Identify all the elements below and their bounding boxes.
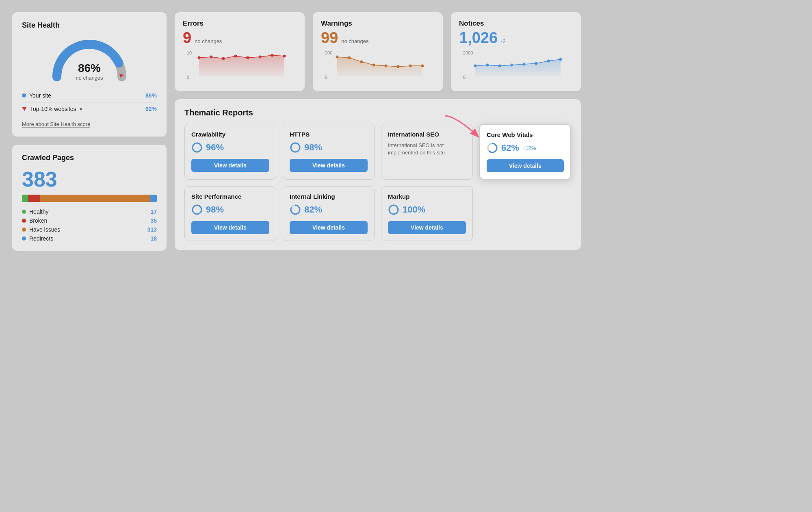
crawled-bar (22, 195, 157, 202)
site-performance-score: 98% (206, 204, 224, 215)
healthy-value: 17 (150, 208, 157, 215)
svg-point-27 (523, 63, 526, 66)
bar-redirects (150, 195, 157, 202)
top10-dropdown[interactable]: ▾ (80, 106, 82, 112)
svg-point-4 (210, 56, 213, 59)
bar-healthy (22, 195, 28, 202)
warnings-title: Warnings (321, 20, 435, 28)
more-about-score-link[interactable]: More about Site Health score (22, 121, 90, 128)
core-web-vitals-view-btn[interactable]: View details (487, 159, 564, 172)
svg-point-7 (247, 56, 249, 59)
warnings-value: 99 (321, 30, 338, 46)
report-international-seo: International SEO International SEO is n… (381, 124, 473, 180)
crawled-pages-card: Crawled Pages 383 Healthy 17 Broken 35 (12, 145, 167, 251)
site-performance-score-row: 98% (191, 204, 269, 215)
top10-value: 92% (145, 106, 157, 112)
svg-point-39 (193, 205, 201, 214)
top10-row: Top-10% websites ▾ 92% (22, 102, 157, 115)
svg-text:200: 200 (325, 50, 332, 55)
warnings-chart: 200 0 (321, 50, 435, 82)
international-seo-note: International SEO is not implemented on … (388, 142, 466, 156)
errors-value-row: 9 no changes (183, 30, 297, 46)
your-site-label: Your site (29, 92, 51, 99)
svg-point-14 (348, 56, 351, 59)
markup-view-btn[interactable]: View details (388, 221, 466, 234)
reports-grid-wrapper: Crawlability 96% View details HTTPS (184, 124, 571, 241)
site-health-title: Site Health (22, 21, 157, 30)
errors-change: no changes (195, 38, 222, 44)
report-https: HTTPS 98% View details (283, 124, 375, 180)
redirects-item: Redirects 18 (22, 235, 157, 242)
issues-dot (22, 228, 26, 232)
broken-value: 35 (150, 217, 157, 224)
crawlability-name: Crawlability (191, 131, 269, 138)
svg-point-13 (336, 56, 339, 59)
redirects-dot (22, 236, 26, 241)
warnings-value-row: 99 no changes (321, 30, 435, 46)
markup-name: Markup (388, 193, 466, 200)
errors-value: 9 (183, 30, 191, 46)
crawlability-score-row: 96% (191, 142, 269, 153)
https-view-btn[interactable]: View details (290, 159, 368, 172)
core-web-vitals-circle-icon (487, 142, 498, 154)
errors-chart: 10 0 (183, 50, 297, 82)
core-web-vitals-name: Core Web Vitals (487, 131, 564, 138)
svg-point-43 (389, 205, 398, 214)
healthy-item: Healthy 17 (22, 208, 157, 215)
warnings-card: Warnings 99 no changes 200 0 (313, 12, 443, 91)
notices-chart: 2000 0 (459, 50, 573, 82)
svg-text:2000: 2000 (463, 50, 473, 55)
report-markup: Markup 100% View details (381, 186, 473, 241)
https-name: HTTPS (290, 131, 368, 138)
svg-point-28 (535, 62, 538, 65)
broken-item: Broken 35 (22, 217, 157, 224)
https-score-row: 98% (290, 142, 368, 153)
core-web-vitals-change: +12% (522, 145, 536, 151)
redirects-value: 18 (150, 235, 157, 242)
international-seo-name: International SEO (388, 131, 466, 138)
site-performance-name: Site Performance (191, 193, 269, 200)
svg-text:0: 0 (187, 75, 189, 80)
internal-linking-score-row: 82% (290, 204, 368, 215)
svg-point-10 (283, 55, 286, 58)
healthy-label: Healthy (29, 208, 48, 215)
right-column: Errors 9 no changes 10 0 (175, 12, 581, 251)
svg-point-16 (372, 64, 375, 67)
https-circle-icon (290, 142, 301, 153)
svg-point-15 (360, 61, 363, 63)
crawled-pages-title: Crawled Pages (22, 154, 157, 162)
internal-linking-view-btn[interactable]: View details (290, 221, 368, 234)
svg-point-25 (498, 65, 501, 67)
broken-dot (22, 219, 26, 223)
svg-text:10: 10 (187, 50, 192, 55)
svg-point-3 (198, 56, 201, 59)
svg-point-17 (385, 65, 388, 67)
notices-value: 1,026 (459, 30, 498, 46)
svg-point-33 (193, 143, 201, 152)
svg-point-6 (234, 55, 237, 58)
markup-score-row: 100% (388, 204, 466, 215)
svg-point-29 (547, 60, 550, 63)
errors-title: Errors (183, 20, 297, 28)
thematic-reports-card: Thematic Reports Crawlability (175, 99, 581, 250)
core-web-vitals-score: 62% (501, 143, 519, 153)
report-internal-linking: Internal Linking 82% View details (283, 186, 375, 241)
internal-linking-circle-icon (290, 204, 301, 215)
svg-point-19 (409, 65, 412, 67)
top10-icon (22, 107, 27, 111)
your-site-row: Your site 86% (22, 89, 157, 102)
internal-linking-name: Internal Linking (290, 193, 368, 200)
your-site-dot (22, 93, 26, 98)
gauge-text: 86% no changes (76, 62, 103, 81)
notices-change: -2 (501, 38, 506, 44)
internal-linking-score: 82% (304, 204, 322, 215)
errors-card: Errors 9 no changes 10 0 (175, 12, 305, 91)
bar-issues (40, 195, 150, 202)
crawlability-view-btn[interactable]: View details (191, 159, 269, 172)
warnings-change: no changes (341, 38, 368, 44)
crawlability-circle-icon (191, 142, 203, 153)
notices-title: Notices (459, 20, 573, 28)
core-web-vitals-score-row: 62% +12% (487, 142, 564, 154)
crawlability-score: 96% (206, 142, 224, 153)
site-performance-view-btn[interactable]: View details (191, 221, 269, 234)
